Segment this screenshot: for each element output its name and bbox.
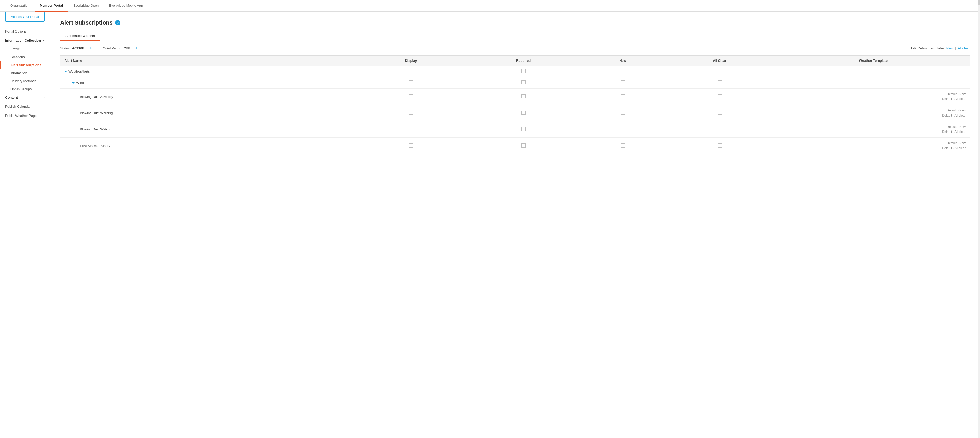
- weather-template-clear-label: Default - All clear: [781, 97, 966, 102]
- display-checkbox[interactable]: [409, 80, 413, 84]
- sidebar-item-publish-calendar[interactable]: Publish Calendar: [0, 102, 50, 111]
- table-body: WeatherAlertsWindBlowing Dust AdvisoryDe…: [60, 66, 970, 154]
- allclear-checkbox[interactable]: [718, 143, 722, 148]
- row-name-dust-storm-advisory: Dust Storm Advisory: [60, 138, 358, 154]
- expand-arrow-icon[interactable]: [72, 83, 75, 84]
- row-new-cell: [583, 138, 662, 154]
- top-nav: OrganizationMember PortalEverbridge Open…: [0, 0, 980, 12]
- sidebar-subitem-opt-in-groups[interactable]: Opt-In Groups: [0, 85, 50, 93]
- required-checkbox[interactable]: [521, 127, 525, 131]
- row-alert-name: Blowing Dust Advisory: [80, 95, 113, 99]
- allclear-checkbox[interactable]: [718, 80, 722, 84]
- all-clear-link[interactable]: All clear: [958, 46, 970, 50]
- row-alert-name: Dust Storm Advisory: [80, 144, 110, 148]
- status-right: Edit Default Templates: New | All clear: [911, 46, 970, 50]
- weather-template-new-label: Default - New: [781, 108, 966, 113]
- quiet-period-item: Quiet Period: OFF Edit: [103, 46, 138, 50]
- sidebar-subitem-information[interactable]: Information: [0, 69, 50, 77]
- quiet-period-label: Quiet Period:: [103, 46, 123, 50]
- top-nav-tab-member-portal[interactable]: Member Portal: [35, 0, 68, 12]
- table-row: WeatherAlerts: [60, 66, 970, 77]
- sidebar-subitem-delivery-methods[interactable]: Delivery Methods: [0, 77, 50, 85]
- row-display-cell: [358, 89, 464, 105]
- allclear-checkbox[interactable]: [718, 127, 722, 131]
- required-checkbox[interactable]: [521, 94, 525, 99]
- help-icon[interactable]: ?: [115, 20, 120, 25]
- row-weather-template-cell: Default - NewDefault - All clear: [777, 105, 970, 121]
- col-header-required: Required: [464, 56, 583, 66]
- row-new-cell: [583, 66, 662, 77]
- expand-arrow-icon[interactable]: [64, 71, 67, 72]
- section-tabs: Automated Weather: [60, 31, 970, 41]
- new-checkbox[interactable]: [621, 127, 625, 131]
- row-new-cell: [583, 105, 662, 121]
- row-required-cell: [464, 138, 583, 154]
- display-checkbox[interactable]: [409, 127, 413, 131]
- main-content: Alert Subscriptions ? Automated Weather …: [50, 12, 980, 437]
- sidebar-section-label: Content: [5, 96, 18, 99]
- sidebar-subitem-profile[interactable]: Profile: [0, 45, 50, 53]
- section-tab-automated-weather[interactable]: Automated Weather: [60, 31, 100, 41]
- display-checkbox[interactable]: [409, 69, 413, 73]
- new-checkbox[interactable]: [621, 143, 625, 148]
- row-required-cell: [464, 105, 583, 121]
- display-checkbox[interactable]: [409, 111, 413, 115]
- row-allclear-cell: [662, 89, 777, 105]
- sidebar-section-information-collection[interactable]: Information Collection▾: [0, 36, 50, 45]
- sidebar-section-content[interactable]: Content›: [0, 93, 50, 102]
- alert-table: Alert NameDisplayRequiredNewAll ClearWea…: [60, 55, 970, 154]
- row-name-blowing-dust-warning: Blowing Dust Warning: [60, 105, 358, 121]
- weather-template-text: Default - NewDefault - All clear: [781, 108, 966, 118]
- status-edit-link[interactable]: Edit: [86, 46, 92, 50]
- chevron-right-icon: ›: [44, 96, 45, 99]
- access-portal-button[interactable]: Access Your Portal: [5, 12, 45, 22]
- required-checkbox[interactable]: [521, 69, 525, 73]
- sidebar-section-label: Information Collection: [5, 38, 41, 42]
- quiet-period-edit-link[interactable]: Edit: [133, 46, 138, 50]
- row-allclear-cell: [662, 77, 777, 89]
- row-allclear-cell: [662, 121, 777, 137]
- edit-default-label: Edit Default Templates:: [911, 46, 945, 50]
- weather-template-text: Default - NewDefault - All clear: [781, 92, 966, 102]
- allclear-checkbox[interactable]: [718, 111, 722, 115]
- col-header-display: Display: [358, 56, 464, 66]
- table-header: Alert NameDisplayRequiredNewAll ClearWea…: [60, 56, 970, 66]
- weather-template-text: Default - NewDefault - All clear: [781, 141, 966, 151]
- top-nav-tab-organization[interactable]: Organization: [5, 0, 35, 12]
- new-checkbox[interactable]: [621, 111, 625, 115]
- sidebar-item-portal-options[interactable]: Portal Options: [0, 27, 50, 36]
- row-weather-template-cell: [777, 77, 970, 89]
- top-nav-tab-everbridge-open[interactable]: Everbridge Open: [68, 0, 104, 12]
- new-checkbox[interactable]: [621, 80, 625, 84]
- row-allclear-cell: [662, 105, 777, 121]
- col-header-all-clear: All Clear: [662, 56, 777, 66]
- display-checkbox[interactable]: [409, 94, 413, 99]
- row-required-cell: [464, 66, 583, 77]
- top-nav-tab-everbridge-mobile[interactable]: Everbridge Mobile App: [104, 0, 148, 12]
- status-value: ACTIVE: [72, 46, 84, 50]
- required-checkbox[interactable]: [521, 143, 525, 148]
- row-allclear-cell: [662, 66, 777, 77]
- scrollbar[interactable]: [978, 0, 980, 437]
- sidebar-subitem-locations[interactable]: Locations: [0, 53, 50, 61]
- sidebar-item-public-weather-pages[interactable]: Public Weather Pages: [0, 111, 50, 120]
- scrollbar-thumb[interactable]: [978, 0, 980, 5]
- allclear-checkbox[interactable]: [718, 94, 722, 99]
- row-display-cell: [358, 138, 464, 154]
- allclear-checkbox[interactable]: [718, 69, 722, 73]
- status-left: Status: ACTIVE Edit Quiet Period: OFF Ed…: [60, 46, 138, 50]
- row-display-cell: [358, 66, 464, 77]
- required-checkbox[interactable]: [521, 80, 525, 84]
- row-weather-template-cell: Default - NewDefault - All clear: [777, 121, 970, 137]
- display-checkbox[interactable]: [409, 143, 413, 148]
- new-template-link[interactable]: New: [947, 46, 953, 50]
- weather-template-clear-label: Default - All clear: [781, 129, 966, 134]
- page-title: Alert Subscriptions ?: [60, 19, 970, 26]
- new-checkbox[interactable]: [621, 69, 625, 73]
- required-checkbox[interactable]: [521, 111, 525, 115]
- row-alert-name: Blowing Dust Watch: [80, 127, 110, 131]
- new-checkbox[interactable]: [621, 94, 625, 99]
- row-display-cell: [358, 105, 464, 121]
- row-required-cell: [464, 89, 583, 105]
- sidebar-subitem-alert-subscriptions[interactable]: Alert Subscriptions: [0, 61, 50, 69]
